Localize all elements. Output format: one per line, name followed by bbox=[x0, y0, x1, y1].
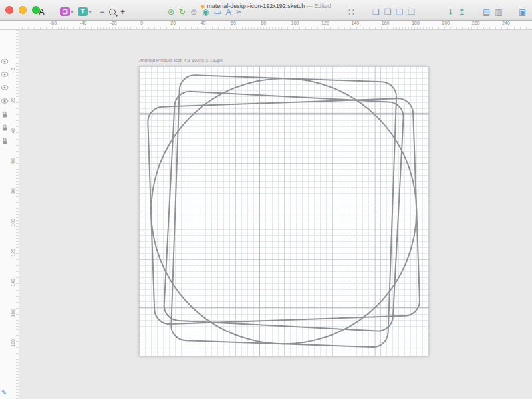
send-backward-icon[interactable]: ❐ bbox=[384, 7, 392, 17]
close-button[interactable] bbox=[5, 6, 13, 14]
artboard-title[interactable]: Android Product Icon 4:1 192px X 192px bbox=[139, 58, 223, 63]
ruler-label: 100 bbox=[11, 219, 15, 227]
ruler-label: 120 bbox=[11, 249, 15, 257]
eye-toggle-icon[interactable] bbox=[1, 69, 9, 77]
settings-icon[interactable]: ▣ bbox=[519, 7, 526, 17]
shape-tool-icon[interactable]: ▭ bbox=[213, 7, 221, 17]
ruler-label: -40 bbox=[80, 21, 86, 25]
insert-shape-icon[interactable]: ▢▾ bbox=[60, 7, 73, 16]
layer-toggle-strip: ✎ bbox=[0, 29, 10, 399]
toolbar-group: ❏❐❑❒ bbox=[372, 7, 415, 17]
edit-pencil-icon[interactable]: ✎ bbox=[1, 389, 7, 396]
text-tool-icon[interactable]: A bbox=[226, 7, 231, 17]
scissors-icon[interactable]: ✂ bbox=[236, 7, 243, 17]
ruler-label: 160 bbox=[382, 21, 390, 25]
ruler-label: 220 bbox=[472, 21, 480, 25]
lock-toggle-icon[interactable] bbox=[1, 109, 9, 117]
keyline-shapes-layer bbox=[139, 66, 429, 356]
toolbar-group: ▤▥ bbox=[483, 7, 503, 17]
ruler-label: 160 bbox=[11, 309, 15, 317]
window-toolbar: ◆material-design-icon-192x192.sketch — E… bbox=[0, 0, 532, 21]
magnifier-icon[interactable] bbox=[109, 9, 116, 15]
ruler-label: 140 bbox=[351, 21, 359, 25]
artboard[interactable] bbox=[139, 66, 429, 356]
ruler-label: 20 bbox=[170, 21, 176, 25]
ungroup-icon[interactable]: ❒ bbox=[408, 7, 415, 17]
chevron-down-icon: ▾ bbox=[71, 9, 73, 14]
square-keyline[interactable] bbox=[164, 91, 404, 332]
ruler-label: 20 bbox=[11, 98, 15, 103]
ruler-label: 180 bbox=[412, 21, 420, 25]
toolbar-group: ∷ bbox=[348, 7, 354, 17]
toolbar-group: ▣ bbox=[519, 7, 526, 17]
ruler-label: 40 bbox=[11, 128, 15, 134]
portrait-keyline[interactable] bbox=[171, 75, 397, 348]
ruler-corner bbox=[0, 20, 19, 30]
eye-toggle-icon[interactable] bbox=[1, 96, 9, 104]
share-icon[interactable]: ▤ bbox=[483, 7, 490, 17]
eye-toggle-icon[interactable] bbox=[1, 56, 9, 64]
artboard-tool-icon[interactable]: A bbox=[39, 7, 45, 17]
ruler-label: 240 bbox=[502, 21, 510, 25]
ruler-label: 60 bbox=[11, 158, 15, 164]
ruler-label: 120 bbox=[321, 21, 329, 25]
ruler-label: 60 bbox=[231, 21, 236, 25]
vertical-ruler[interactable]: 020406080100120140160180 bbox=[9, 29, 19, 399]
ruler-label: 40 bbox=[201, 21, 206, 25]
export-icon[interactable]: ↥ bbox=[458, 7, 465, 17]
ruler-label: 180 bbox=[11, 339, 15, 347]
edited-badge: — Edited bbox=[307, 3, 331, 9]
toolbar-group: A bbox=[39, 7, 45, 17]
toolbar-group: ⊘↻⊜ bbox=[168, 7, 197, 17]
ruler-label: 80 bbox=[261, 21, 266, 25]
landscape-keyline[interactable] bbox=[148, 98, 420, 325]
circle-keyline[interactable] bbox=[151, 78, 416, 344]
import-icon[interactable]: ↧ bbox=[447, 7, 454, 17]
lock-toggle-icon[interactable] bbox=[1, 136, 9, 144]
insert-text-icon[interactable]: T▾ bbox=[78, 7, 91, 16]
toolbar-group: −+ bbox=[100, 7, 125, 17]
horizontal-ruler[interactable]: -60-40-200204060801001201401601802002202… bbox=[19, 20, 532, 30]
toolbar-group: ↧↥ bbox=[447, 7, 465, 17]
ruler-label: -60 bbox=[50, 21, 57, 25]
toolbar-group: ▢▾T▾ bbox=[60, 7, 91, 16]
flip-icon[interactable]: ⊘ bbox=[168, 7, 174, 17]
chevron-down-icon: ▾ bbox=[89, 9, 91, 14]
attach-icon[interactable]: ⊜ bbox=[190, 7, 197, 17]
traffic-lights bbox=[5, 6, 40, 14]
lock-toggle-icon[interactable] bbox=[1, 122, 9, 130]
group-icon[interactable]: ❑ bbox=[396, 7, 404, 17]
zoom-out-icon[interactable]: − bbox=[100, 7, 104, 17]
grid-view-icon[interactable]: ∷ bbox=[348, 7, 354, 17]
ruler-label: 100 bbox=[291, 21, 299, 25]
ruler-label: 200 bbox=[442, 21, 450, 25]
canvas[interactable]: Android Product Icon 4:1 192px X 192px bbox=[19, 29, 532, 399]
globe-icon[interactable]: ◉ bbox=[202, 7, 209, 17]
rotate-icon[interactable]: ↻ bbox=[179, 7, 186, 17]
bring-forward-icon[interactable]: ❏ bbox=[372, 7, 380, 17]
zoom-in-icon[interactable]: + bbox=[120, 7, 125, 17]
minimize-button[interactable] bbox=[19, 6, 27, 14]
ruler-label: 0 bbox=[11, 68, 15, 70]
eye-toggle-icon[interactable] bbox=[1, 82, 9, 90]
ruler-label: 140 bbox=[11, 279, 15, 287]
ruler-label: 80 bbox=[11, 188, 15, 194]
ruler-label: -20 bbox=[110, 21, 117, 25]
layout-icon[interactable]: ▥ bbox=[495, 7, 502, 17]
ruler-label: 0 bbox=[140, 21, 143, 25]
toolbar-group: ◉▭A✂ bbox=[202, 7, 243, 17]
